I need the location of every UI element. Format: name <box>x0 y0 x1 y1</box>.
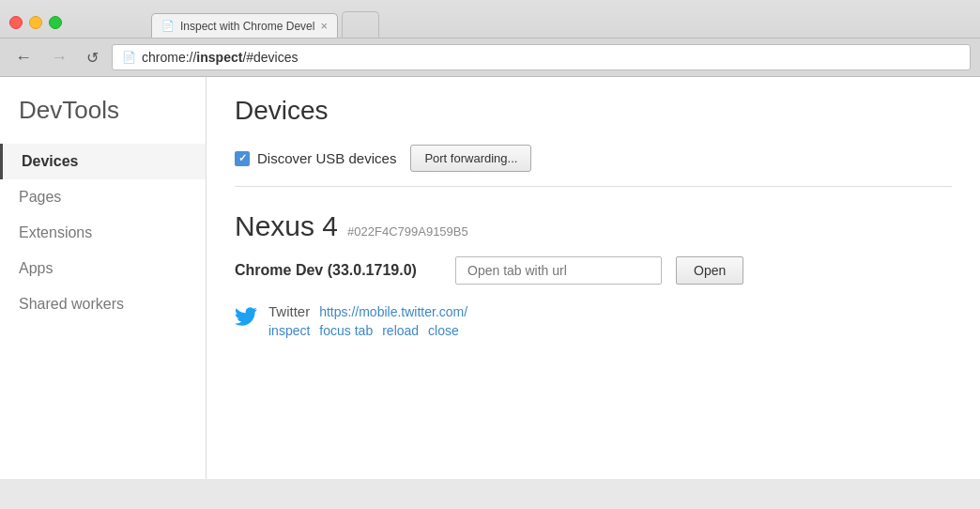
close-button[interactable] <box>9 16 23 29</box>
sidebar: DevTools Devices Pages Extensions Apps S… <box>0 77 207 479</box>
page-item-twitter: Twitter https://mobile.twitter.com/ insp… <box>235 303 952 338</box>
page-url-twitter[interactable]: https://mobile.twitter.com/ <box>319 304 467 319</box>
device-header: Nexus 4 #022F4C799A9159B5 <box>235 210 952 242</box>
discover-usb-label: Discover USB devices <box>257 150 396 166</box>
chrome-version-label: Chrome Dev (33.0.1719.0) <box>235 262 441 279</box>
sidebar-item-pages[interactable]: Pages <box>0 179 206 215</box>
device-id: #022F4C799A9159B5 <box>347 224 468 239</box>
forward-button[interactable]: → <box>45 46 73 69</box>
navigation-bar: ← → ↺ 📄 chrome://inspect/#devices <box>0 38 980 77</box>
focus-tab-link[interactable]: focus tab <box>319 323 373 338</box>
sidebar-item-extensions[interactable]: Extensions <box>0 215 206 251</box>
active-tab[interactable]: 📄 Inspect with Chrome Devel × <box>151 13 338 38</box>
maximize-button[interactable] <box>49 16 62 29</box>
discover-usb-checkbox-area[interactable]: Discover USB devices <box>235 150 396 166</box>
address-icon: 📄 <box>122 51 136 64</box>
minimize-button[interactable] <box>29 16 42 29</box>
open-tab-url-input[interactable] <box>455 256 662 285</box>
title-bar: 📄 Inspect with Chrome Devel × <box>0 0 980 38</box>
port-forwarding-button[interactable]: Port forwarding... <box>410 145 531 172</box>
sidebar-title: DevTools <box>0 96 206 144</box>
section-title: Devices <box>235 96 952 126</box>
reload-button[interactable]: ↺ <box>81 47 104 69</box>
browser-chrome: 📄 Inspect with Chrome Devel × ← → ↺ 📄 ch… <box>0 0 980 77</box>
main-content: Devices Discover USB devices Port forwar… <box>207 77 980 479</box>
device-name: Nexus 4 <box>235 210 338 242</box>
sidebar-item-apps[interactable]: Apps <box>0 251 206 286</box>
discover-usb-checkbox[interactable] <box>235 151 250 166</box>
back-button[interactable]: ← <box>9 46 38 69</box>
close-link[interactable]: close <box>428 323 459 338</box>
reload-link[interactable]: reload <box>382 323 419 338</box>
new-tab-button[interactable] <box>342 11 379 38</box>
address-text: chrome://inspect/#devices <box>142 50 299 65</box>
window-controls <box>9 16 62 29</box>
tab-bar: 📄 Inspect with Chrome Devel × <box>76 8 454 38</box>
discover-row: Discover USB devices Port forwarding... <box>235 145 952 187</box>
page-content: DevTools Devices Pages Extensions Apps S… <box>0 77 980 479</box>
chrome-dev-row: Chrome Dev (33.0.1719.0) Open <box>235 256 952 285</box>
address-bar[interactable]: 📄 chrome://inspect/#devices <box>112 44 971 70</box>
tab-close-icon[interactable]: × <box>320 19 328 33</box>
open-tab-button[interactable]: Open <box>676 256 743 285</box>
page-name-twitter: Twitter <box>268 303 310 319</box>
inspect-link[interactable]: inspect <box>268 323 310 338</box>
page-info-twitter: Twitter https://mobile.twitter.com/ insp… <box>268 303 467 338</box>
page-actions-twitter: inspect focus tab reload close <box>268 323 467 338</box>
twitter-icon <box>235 305 257 328</box>
sidebar-item-shared-workers[interactable]: Shared workers <box>0 286 206 322</box>
tab-title: Inspect with Chrome Devel <box>180 20 314 33</box>
tab-favicon-icon: 📄 <box>161 20 175 32</box>
sidebar-item-devices[interactable]: Devices <box>0 144 206 179</box>
